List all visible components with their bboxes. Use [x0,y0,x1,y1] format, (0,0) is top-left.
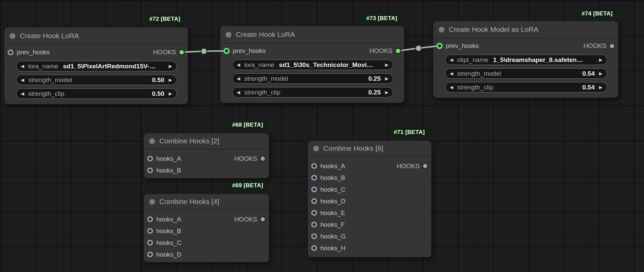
node-titlebar[interactable]: Create Hook LoRA [4,27,188,45]
input-port-hooks-d[interactable] [311,198,317,204]
decrement-arrow-icon[interactable]: ◀ [450,85,453,89]
increment-arrow-icon[interactable]: ▶ [169,91,172,96]
node-combine-hooks-2-68[interactable]: Combine Hooks [2] hooks_A HOOKS hooks_B [144,133,269,178]
node-collapse-dot-icon[interactable] [10,33,15,39]
slot-row: hooks_D [311,195,428,207]
node-combine-hooks-8-71[interactable]: Combine Hooks [8] hooks_A HOOKS hooks_B [308,141,431,257]
input-port-hooks-b[interactable] [311,175,317,181]
widget-value: 0.54 [582,84,595,91]
decrement-arrow-icon[interactable]: ◀ [21,91,24,96]
widget-lora-name[interactable]: ◀ lora_name sd1_5\30s_Technicolor_Movi… … [232,60,393,70]
widget-strength-model[interactable]: ◀ strength_model 0.54 ▶ [445,68,607,79]
link-72-73[interactable] [182,51,227,52]
node-titlebar[interactable]: Create Hook Model as LoRA [433,21,618,39]
node-id-badge-72: #72 [BETA] [145,15,184,24]
input-slot-label: prev_hooks [17,49,50,56]
input-slot-label: hooks_E [320,209,345,217]
widget-stack: ◀ lora_name sd1_5\PixelArtRedmond15V-… ▶… [4,60,188,99]
node-combine-hooks-4-69[interactable]: Combine Hooks [4] hooks_A HOOKS hooks_B [144,194,269,262]
node-titlebar[interactable]: Combine Hooks [4] [144,194,269,210]
output-port-hooks[interactable] [609,43,615,49]
widget-label: strength_clip [28,90,64,97]
input-port-hooks-e[interactable] [311,210,317,216]
widget-strength-clip[interactable]: ◀ strength_clip 0.54 ▶ [445,82,607,92]
node-collapse-dot-icon[interactable] [226,32,231,38]
node-title: Create Hook LoRA [236,30,295,39]
widget-ckpt-name[interactable]: ◀ ckpt_name 1_5\dreamshaper_8.safeten… ▶ [445,55,607,65]
widget-stack: ◀ ckpt_name 1_5\dreamshaper_8.safeten… ▶… [433,53,618,92]
input-slot-label: hooks_C [320,186,345,193]
node-collapse-dot-icon[interactable] [149,138,155,144]
input-port-hooks-a[interactable] [147,216,153,222]
prev-value-arrow-icon[interactable]: ◀ [450,58,453,62]
widget-lora-name[interactable]: ◀ lora_name sd1_5\PixelArtRedmond15V-… ▶ [16,61,177,71]
output-port-hooks[interactable] [422,163,428,169]
input-port-hooks-d[interactable] [147,252,153,257]
widget-strength-model[interactable]: ◀ strength_model 0.25 ▶ [232,73,393,84]
node-collapse-dot-icon[interactable] [313,146,319,151]
node-collapse-dot-icon[interactable] [149,199,155,205]
link-reroute-dot[interactable] [201,48,207,54]
decrement-arrow-icon[interactable]: ◀ [237,90,240,94]
input-slot-label: hooks_G [320,233,346,240]
increment-arrow-icon[interactable]: ▶ [169,78,172,82]
node-collapse-dot-icon[interactable] [439,27,444,32]
widget-value: 0.25 [368,89,381,96]
slot-row: hooks_D [147,249,266,260]
widget-label: strength_model [28,76,72,84]
increment-arrow-icon[interactable]: ▶ [599,85,602,89]
node-create-hook-lora-73[interactable]: Create Hook LoRA prev_hooks HOOKS ◀ lora… [220,26,404,103]
link-reroute-dot[interactable] [416,45,422,51]
increment-arrow-icon[interactable]: ▶ [599,71,602,76]
next-value-arrow-icon[interactable]: ▶ [385,63,388,67]
node-title: Create Hook LoRA [20,32,79,40]
widget-value: 1_5\dreamshaper_8.safeten… [493,56,583,64]
next-value-arrow-icon[interactable]: ▶ [169,64,172,68]
input-port-hooks-b[interactable] [147,167,153,173]
node-create-hook-model-as-lora-74[interactable]: Create Hook Model as LoRA prev_hooks HOO… [433,21,618,98]
slot-row: hooks_B [147,225,266,237]
output-slot-label: HOOKS [153,49,176,56]
widget-strength-model[interactable]: ◀ strength_model 0.50 ▶ [16,75,177,85]
input-slot-label: hooks_F [320,221,345,228]
prev-value-arrow-icon[interactable]: ◀ [237,63,240,67]
increment-arrow-icon[interactable]: ▶ [385,90,388,94]
slot-row: hooks_E [311,207,428,219]
node-body: hooks_A HOOKS hooks_B [144,149,269,179]
slot-row: hooks_A HOOKS [147,153,266,164]
link-72-73-outline [182,51,227,52]
input-port-hooks-a[interactable] [147,156,153,161]
output-port-hooks[interactable] [260,216,266,222]
input-port-hooks-c[interactable] [311,187,317,192]
input-port-hooks-b[interactable] [147,228,153,234]
widget-strength-clip[interactable]: ◀ strength_clip 0.25 ▶ [232,87,393,97]
node-id-badge-71: #71 [BETA] [390,128,429,137]
node-create-hook-lora-72[interactable]: Create Hook LoRA prev_hooks HOOKS ◀ lora… [4,27,188,104]
widget-value: 0.50 [152,76,164,84]
output-slot-label: HOOKS [369,47,392,55]
input-port-hooks-a[interactable] [311,163,317,169]
input-slot-label: hooks_D [320,198,345,205]
input-slot-label: hooks_A [156,155,181,162]
decrement-arrow-icon[interactable]: ◀ [450,71,453,76]
node-titlebar[interactable]: Create Hook LoRA [220,26,404,44]
widget-value: sd1_5\30s_Technicolor_Movi… [279,61,373,69]
decrement-arrow-icon[interactable]: ◀ [21,78,24,82]
input-port-hooks-h[interactable] [311,245,317,251]
input-slot-label: hooks_B [320,174,345,182]
prev-value-arrow-icon[interactable]: ◀ [21,64,24,68]
input-port-prev-hooks[interactable] [8,50,13,55]
input-port-hooks-g[interactable] [311,233,317,239]
input-port-hooks-c[interactable] [147,240,153,246]
node-graph-canvas[interactable]: #72 [BETA] #73 [BETA] #74 [BETA] #68 [BE… [0,0,644,272]
node-titlebar[interactable]: Combine Hooks [2] [144,133,269,149]
widget-value: 0.54 [582,70,595,77]
next-value-arrow-icon[interactable]: ▶ [599,58,602,62]
input-port-hooks-f[interactable] [311,222,317,227]
increment-arrow-icon[interactable]: ▶ [385,76,388,81]
node-titlebar[interactable]: Combine Hooks [8] [308,141,431,157]
widget-strength-clip[interactable]: ◀ strength_clip 0.50 ▶ [16,88,177,99]
input-slot-label: hooks_A [156,216,181,223]
output-port-hooks[interactable] [260,156,266,161]
decrement-arrow-icon[interactable]: ◀ [237,76,240,81]
